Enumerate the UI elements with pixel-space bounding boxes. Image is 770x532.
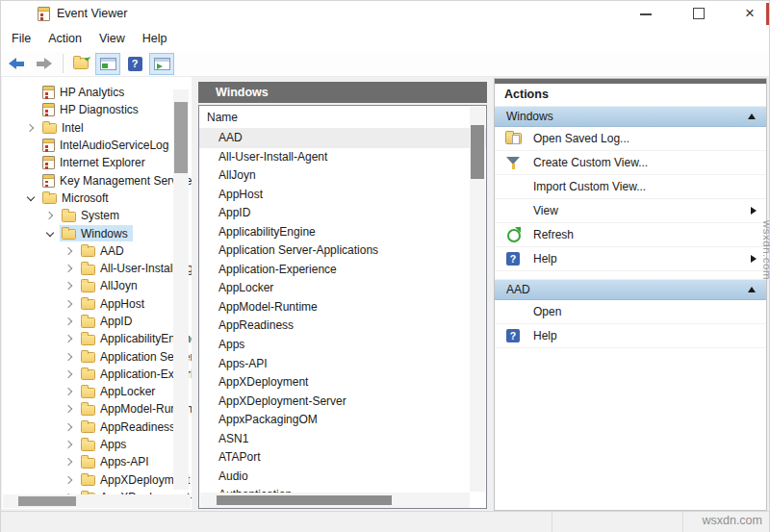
maximize-button[interactable] [693,8,705,19]
action-group-header[interactable]: Windows [495,106,766,127]
chevron-up-icon[interactable] [748,287,756,292]
tree-item[interactable]: AppLocker [2,383,192,400]
tree-item-content[interactable]: AllJoyn [79,278,142,294]
list-item[interactable]: ASN1 [199,430,486,449]
action-item[interactable]: Create Custom View... [495,151,766,175]
chevron-right-icon[interactable] [60,348,79,366]
action-item[interactable]: Import Custom View... [495,175,766,199]
tree-item-content[interactable]: AppID [79,314,137,330]
tree-item[interactable]: Internet Explorer [2,154,192,171]
list-item[interactable]: All-User-Install-Agent [199,148,486,167]
action-item[interactable]: Help [495,324,766,348]
tree-item-content[interactable]: Apps [79,437,131,453]
tree-item[interactable]: Windows [2,224,192,241]
toggle-console-tree-button[interactable] [95,53,120,75]
chevron-right-icon[interactable] [60,313,79,330]
tree-item[interactable]: AppXDeployment [2,471,192,489]
tree-item-content[interactable]: Apps-API [79,454,154,470]
tree-item-content[interactable]: System [60,208,124,224]
list-item[interactable]: Application-Experience [199,261,486,280]
chevron-right-icon[interactable] [60,295,79,313]
chevron-right-icon[interactable] [60,260,79,277]
action-item[interactable]: Help [495,247,766,271]
list-item[interactable]: AppLocker [199,279,486,298]
list-item[interactable]: ATAPort [199,448,486,468]
list-item[interactable]: AppXDeployment-Server [199,393,486,412]
tree-item[interactable]: AAD [2,242,192,260]
action-item[interactable]: Refresh [495,223,766,247]
list-item[interactable]: AppXDeployment [199,373,486,393]
list-item[interactable]: AppID [199,204,486,223]
chevron-up-icon[interactable] [748,114,756,119]
action-item[interactable]: Open Saved Log... [495,127,766,151]
tree-item-content[interactable]: AppHost [79,295,149,312]
tree-item[interactable]: Application Server-Applications [2,347,192,365]
menu-view[interactable]: View [90,28,134,49]
action-item[interactable]: Open [495,300,766,324]
tree-item[interactable]: Application-Experience [2,366,192,383]
tree-item[interactable]: Apps-API [2,453,192,470]
back-button[interactable] [4,53,29,75]
tree-item-content[interactable]: HP Diagnostics [40,102,143,118]
toggle-action-pane-button[interactable] [149,53,174,75]
list-item[interactable]: Application Server-Applications [199,241,486,261]
tree-item[interactable]: Intel [2,119,192,137]
menu-help[interactable]: Help [134,28,176,49]
tree-item[interactable]: HP Diagnostics [2,101,192,118]
tree-item-content[interactable]: Microsoft [40,190,114,206]
chevron-right-icon[interactable] [40,207,60,224]
column-header-name[interactable]: Name [199,106,486,129]
tree-item[interactable]: IntelAudioServiceLog [2,137,192,154]
action-group-header[interactable]: AAD [495,279,766,300]
chevron-right-icon[interactable] [60,242,79,260]
list-item[interactable]: AppModel-Runtime [199,298,486,317]
tree-item-content[interactable]: AppReadiness [79,418,180,435]
forward-button[interactable] [31,53,56,75]
tree-item[interactable]: HP Analytics [2,84,192,101]
tree-item-content[interactable]: AppLocker [79,384,160,400]
chevron-right-icon[interactable] [60,418,79,436]
chevron-right-icon[interactable] [60,453,79,470]
help-button[interactable] [122,53,147,75]
open-saved-log-button[interactable] [68,53,93,75]
menu-action[interactable]: Action [39,28,90,49]
tree-item[interactable]: AllJoyn [2,277,192,294]
tree-item-content[interactable]: Internet Explorer [40,155,150,171]
tree-item[interactable]: Apps [2,436,192,453]
chevron-down-icon[interactable] [21,190,40,207]
tree-item-content[interactable]: Key Management Service [40,172,192,189]
tree-item-content[interactable]: IntelAudioServiceLog [40,138,173,154]
tree-item[interactable]: AppModel-Runtime [2,400,192,418]
list-item[interactable]: AppReadiness [199,317,486,336]
tree-item[interactable]: Key Management Service [2,171,192,189]
chevron-right-icon[interactable] [60,277,79,294]
tree-item[interactable]: AppReadiness [2,418,192,436]
chevron-right-icon[interactable] [60,400,79,418]
tree-item-content[interactable]: AAD [79,242,129,259]
list-item[interactable]: AAD [199,129,486,148]
tree-item-content[interactable]: HP Analytics [40,85,129,101]
list-item[interactable]: AllJoyn [199,166,486,186]
chevron-right-icon[interactable] [60,330,79,347]
tree-item[interactable]: System [2,207,192,224]
list-item[interactable]: Apps [199,336,486,355]
chevron-right-icon[interactable] [60,366,79,383]
list-item[interactable]: Apps-API [199,355,486,374]
close-button[interactable]: × [740,3,759,24]
tree-item-content[interactable]: Windows [60,225,133,241]
list-horizontal-scrollbar-thumb[interactable] [217,495,392,505]
chevron-right-icon[interactable] [60,471,79,489]
tree-item-content[interactable]: Intel [40,119,89,136]
list-item[interactable]: AppHost [199,186,486,205]
tree-item[interactable]: Microsoft [2,190,192,207]
tree-item[interactable]: AppID [2,313,192,330]
list-item[interactable]: Audio [199,468,486,487]
minimize-button[interactable] [640,13,652,15]
tree-horizontal-scrollbar-thumb[interactable] [18,496,76,506]
tree-vertical-scrollbar-thumb[interactable] [174,102,188,173]
chevron-right-icon[interactable] [21,119,40,137]
list-item[interactable]: ApplicabilityEngine [199,223,486,242]
tree-item[interactable]: All-User-Install-Agent [2,260,192,277]
tree-item[interactable]: AppHost [2,295,192,313]
list-item[interactable]: AppxPackagingOM [199,411,486,430]
